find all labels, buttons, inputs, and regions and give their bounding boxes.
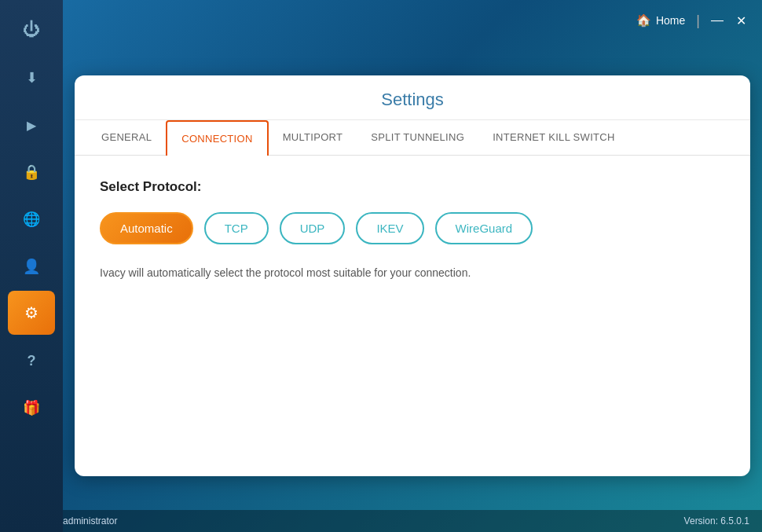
home-icon [636, 13, 651, 28]
tab-internet-kill-switch[interactable]: INTERNET KILL SWITCH [478, 120, 629, 156]
minimize-button[interactable]: — [705, 10, 730, 31]
tabs-bar: GENERAL CONNECTION MULTIPORT SPLIT TUNNE… [75, 120, 750, 156]
gift-icon [23, 397, 40, 417]
settings-title: Settings [75, 75, 750, 120]
protocol-automatic[interactable]: Automatic [100, 212, 193, 244]
sidebar-item-ip[interactable] [8, 196, 55, 240]
power-icon [23, 20, 40, 40]
protocol-description: Ivacy will automatically select the prot… [100, 265, 725, 281]
version-text: Version: 6.5.0.1 [684, 515, 749, 526]
play-icon [27, 114, 36, 134]
status-bar: Running as administrator Version: 6.5.0.… [0, 510, 762, 532]
tab-connection[interactable]: CONNECTION [166, 120, 268, 156]
home-button[interactable]: Home [636, 13, 685, 28]
close-button[interactable]: ✕ [730, 10, 753, 31]
sidebar-item-lock[interactable] [8, 149, 55, 193]
sidebar-item-user[interactable] [8, 244, 55, 288]
sidebar-item-settings[interactable] [8, 291, 55, 335]
help-icon [27, 350, 36, 370]
protocol-buttons: Automatic TCP UDP IKEV WireGuard [100, 212, 725, 244]
settings-body: Select Protocol: Automatic TCP UDP IKEV … [75, 156, 750, 305]
separator: | [696, 13, 700, 29]
protocol-ikev[interactable]: IKEV [356, 212, 423, 244]
home-label: Home [656, 14, 685, 27]
sidebar [0, 0, 63, 532]
main-content: Settings GENERAL CONNECTION MULTIPORT SP… [63, 41, 762, 510]
sidebar-item-gift[interactable] [8, 385, 55, 429]
download-icon [26, 67, 38, 87]
sidebar-item-connect[interactable] [8, 102, 55, 146]
tab-multiport[interactable]: MULTIPORT [269, 120, 357, 156]
sidebar-item-download[interactable] [8, 55, 55, 99]
lock-icon [23, 161, 40, 182]
protocol-tcp[interactable]: TCP [204, 212, 269, 244]
gear-icon [24, 303, 38, 323]
tab-general[interactable]: GENERAL [87, 120, 166, 156]
user-icon [23, 255, 40, 276]
sidebar-item-help[interactable] [8, 338, 55, 382]
select-protocol-label: Select Protocol: [100, 179, 725, 195]
protocol-udp[interactable]: UDP [280, 212, 346, 244]
title-bar: Home | — ✕ [0, 0, 762, 41]
settings-panel: Settings GENERAL CONNECTION MULTIPORT SP… [75, 75, 750, 476]
protocol-wireguard[interactable]: WireGuard [435, 212, 533, 244]
ip-icon [23, 208, 40, 229]
sidebar-item-power[interactable] [8, 8, 55, 52]
tab-split-tunneling[interactable]: SPLIT TUNNELING [357, 120, 478, 156]
